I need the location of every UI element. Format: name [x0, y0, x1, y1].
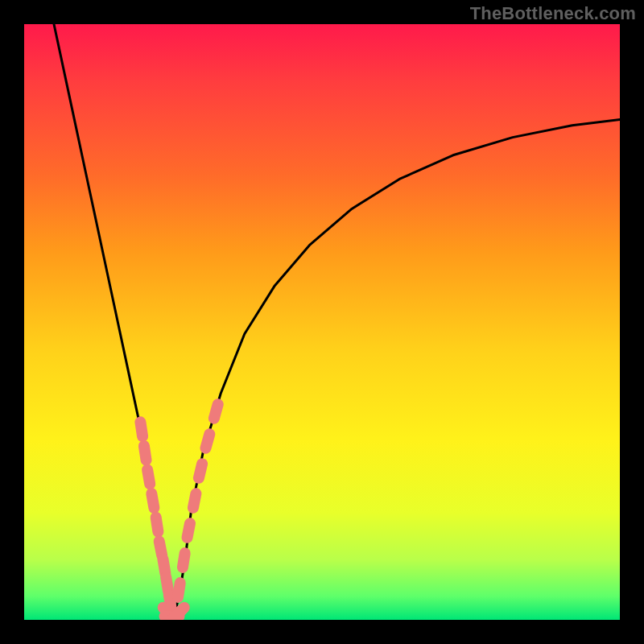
sample-dots-left-dot — [144, 446, 147, 460]
sample-dots-right-dot — [188, 523, 191, 538]
sample-dots-right-dot — [178, 583, 180, 597]
sample-dots-left-dot — [166, 577, 168, 592]
sample-dots-right-dot — [214, 404, 218, 418]
sample-dots-left-dot — [163, 559, 165, 574]
bottleneck-curve-path — [54, 24, 620, 620]
sample-dots-right-dot — [183, 553, 185, 568]
sample-dots-left-dot — [159, 541, 163, 555]
sample-dots-left-dot — [151, 493, 154, 508]
chart-frame: TheBottleneck.com — [0, 0, 644, 644]
watermark-text: TheBottleneck.com — [470, 3, 636, 24]
curve-svg — [24, 24, 620, 620]
sample-dots-right-dot — [199, 464, 202, 478]
plot-area — [24, 24, 620, 620]
sample-dots-left-dot — [156, 518, 159, 532]
sample-dots-right-dot — [193, 493, 196, 508]
sample-dots-left-dot — [147, 470, 150, 485]
sample-dots-bottom-dot — [174, 608, 184, 618]
sample-dots-left-dot — [140, 422, 142, 436]
sample-dots-right-dot — [206, 434, 210, 448]
